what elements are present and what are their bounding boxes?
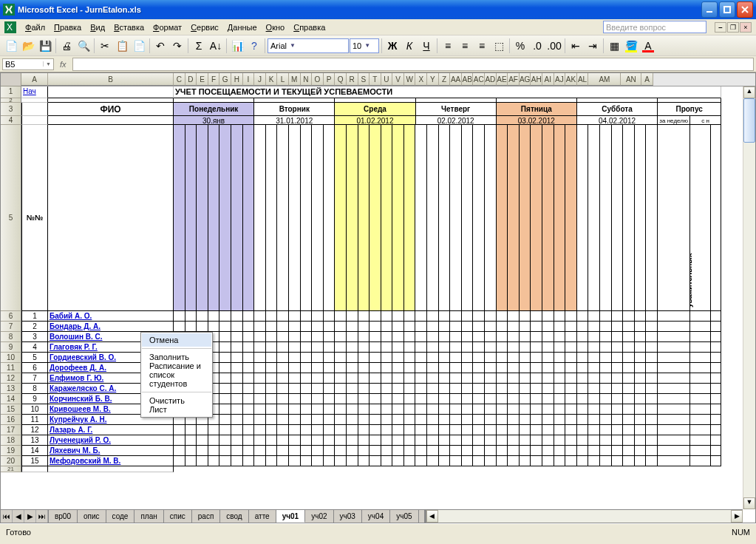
- grade-cell[interactable]: [623, 373, 635, 384]
- grade-cell[interactable]: [197, 435, 208, 446]
- subject-cell[interactable]: [485, 125, 497, 311]
- grade-cell[interactable]: [231, 384, 243, 394]
- subject-cell[interactable]: Программирование на языке высокого уро: [335, 125, 347, 311]
- grade-cell[interactable]: [473, 394, 485, 404]
- grade-cell[interactable]: [646, 404, 658, 415]
- grade-cell[interactable]: [588, 435, 600, 446]
- grade-cell[interactable]: [531, 363, 542, 373]
- grade-cell[interactable]: [289, 311, 301, 322]
- subject-cell[interactable]: Экономика: [462, 125, 474, 311]
- grade-cell[interactable]: [254, 394, 266, 404]
- grade-cell[interactable]: [439, 456, 451, 466]
- subject-cell[interactable]: [554, 125, 566, 311]
- grade-cell[interactable]: [485, 373, 497, 384]
- grade-cell[interactable]: [554, 435, 566, 446]
- grade-cell[interactable]: [439, 353, 451, 363]
- grade-cell[interactable]: [427, 353, 439, 363]
- col-header[interactable]: X: [415, 73, 427, 86]
- grade-cell[interactable]: [508, 446, 520, 456]
- student-num[interactable]: 11: [21, 415, 48, 425]
- row-header[interactable]: 18: [1, 435, 21, 446]
- grade-cell[interactable]: [427, 332, 439, 342]
- grade-cell[interactable]: [266, 342, 278, 353]
- col-header[interactable]: P: [324, 73, 336, 86]
- grade-cell[interactable]: [347, 322, 358, 332]
- grade-cell[interactable]: [600, 311, 612, 322]
- grade-cell[interactable]: [243, 425, 255, 435]
- grade-cell[interactable]: [450, 404, 462, 415]
- grade-cell[interactable]: [473, 435, 485, 446]
- grade-cell[interactable]: [301, 353, 313, 363]
- subject-cell[interactable]: [565, 125, 577, 311]
- grade-cell[interactable]: [600, 373, 612, 384]
- grade-cell[interactable]: [370, 435, 381, 446]
- grade-cell[interactable]: [404, 446, 416, 456]
- grade-cell[interactable]: [324, 322, 336, 332]
- grade-cell[interactable]: [565, 384, 577, 394]
- grade-cell[interactable]: [462, 394, 474, 404]
- student-name[interactable]: Бондарь Д. А.: [48, 322, 174, 332]
- grade-cell[interactable]: [358, 363, 370, 373]
- grade-cell[interactable]: [646, 311, 658, 322]
- grade-cell[interactable]: [531, 311, 542, 322]
- grade-cell[interactable]: [404, 415, 416, 425]
- grade-cell[interactable]: [174, 322, 185, 332]
- subject-cell[interactable]: История Приднестровья: [347, 125, 358, 311]
- col-header[interactable]: O: [312, 73, 324, 86]
- grade-cell[interactable]: [473, 332, 485, 342]
- grade-cell[interactable]: [565, 353, 577, 363]
- grade-cell[interactable]: [485, 435, 497, 446]
- grade-cell[interactable]: [415, 322, 427, 332]
- grade-cell[interactable]: [450, 332, 462, 342]
- grade-cell[interactable]: [289, 332, 301, 342]
- grade-cell[interactable]: [497, 373, 508, 384]
- grade-cell[interactable]: [347, 384, 358, 394]
- grade-cell[interactable]: [462, 404, 474, 415]
- subject-cell[interactable]: [381, 125, 393, 311]
- grade-cell[interactable]: [243, 353, 255, 363]
- grade-cell[interactable]: [347, 342, 358, 353]
- grade-cell[interactable]: [335, 342, 347, 353]
- row-header[interactable]: 5: [1, 125, 21, 311]
- grade-cell[interactable]: [243, 311, 255, 322]
- grade-cell[interactable]: [485, 404, 497, 415]
- grade-cell[interactable]: [208, 446, 220, 456]
- new-button[interactable]: 📄: [3, 38, 19, 54]
- grade-cell[interactable]: [485, 446, 497, 456]
- grade-cell[interactable]: [497, 456, 508, 466]
- grade-cell[interactable]: [473, 456, 485, 466]
- grade-cell[interactable]: [324, 373, 336, 384]
- grade-cell[interactable]: [415, 446, 427, 456]
- subject-cell[interactable]: Русский язык и культура речи: [497, 125, 508, 311]
- grade-cell[interactable]: [635, 394, 647, 404]
- grade-cell[interactable]: [462, 425, 474, 435]
- grade-cell[interactable]: [473, 384, 485, 394]
- grade-cell[interactable]: [370, 456, 381, 466]
- grade-cell[interactable]: [635, 363, 647, 373]
- grade-cell[interactable]: [301, 384, 313, 394]
- grade-cell[interactable]: [312, 394, 324, 404]
- grade-cell[interactable]: [577, 353, 589, 363]
- grade-cell[interactable]: [542, 332, 554, 342]
- grade-cell[interactable]: [392, 342, 404, 353]
- grade-cell[interactable]: [347, 446, 358, 456]
- grade-cell[interactable]: [392, 322, 404, 332]
- grade-cell[interactable]: [381, 322, 393, 332]
- grade-cell[interactable]: [277, 353, 289, 363]
- grade-cell[interactable]: [335, 322, 347, 332]
- grade-cell[interactable]: [565, 322, 577, 332]
- cut-button[interactable]: ✂: [97, 38, 113, 54]
- grade-cell[interactable]: [231, 394, 243, 404]
- vertical-scrollbar[interactable]: ▲ ▼: [743, 86, 755, 509]
- grade-cell[interactable]: [347, 332, 358, 342]
- grade-cell[interactable]: [542, 373, 554, 384]
- copy-button[interactable]: 📋: [114, 38, 130, 54]
- sheet-tab-план[interactable]: план: [134, 510, 163, 523]
- grade-cell[interactable]: [404, 311, 416, 322]
- autosum-button[interactable]: Σ: [191, 38, 207, 54]
- grade-cell[interactable]: [427, 373, 439, 384]
- grade-cell[interactable]: [381, 394, 393, 404]
- grade-cell[interactable]: [277, 342, 289, 353]
- grade-cell[interactable]: [531, 425, 542, 435]
- grade-cell[interactable]: [450, 373, 462, 384]
